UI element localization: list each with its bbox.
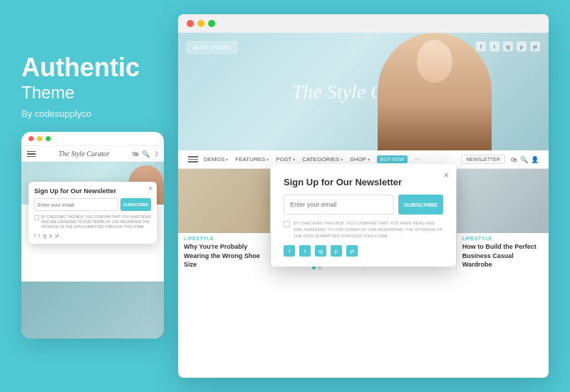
nav-features-chevron: ▾: [266, 157, 269, 162]
nav-features[interactable]: FEATURES ▾: [235, 155, 269, 163]
hero-facebook-icon[interactable]: f: [476, 41, 486, 51]
nav-post-chevron: ▾: [293, 157, 295, 162]
article-4-image: [457, 169, 549, 233]
mobile-newsletter-title: Sign Up for Our Newsletter: [34, 187, 151, 195]
mobile-top-bar: [21, 132, 164, 146]
mobile-newsletter-close-button[interactable]: ×: [148, 185, 152, 192]
mobile-hamburger-icon[interactable]: [27, 151, 36, 158]
desktop-terms-checkbox[interactable]: [284, 221, 290, 227]
hero-pinterest-icon[interactable]: p: [517, 41, 527, 51]
mobile-terms-text: BY CHECKING THIS BOX, YOU CONFIRM THAT Y…: [41, 215, 151, 229]
brand-subtitle: Theme: [21, 83, 178, 103]
desktop-nl-checkbox-row: BY CHECKING THIS BOX, YOU CONFIRM THAT Y…: [284, 220, 443, 239]
mobile-social-icons: f t ig p yt: [34, 233, 151, 238]
article-1: LIFESTYLE Why You're Probably Wearing th…: [178, 169, 270, 275]
nav-shop[interactable]: SHOP ▾: [350, 155, 370, 163]
desktop-hero: ALSO ONLINE The Style Curator f t ig p y…: [178, 33, 549, 150]
mobile-mockup: The Style Curator 🛍 🔍 ☽ × Sign Up for Ou…: [21, 132, 164, 339]
hero-go-online-label: ALSO ONLINE: [187, 41, 237, 53]
desktop-top-bar: [178, 14, 549, 33]
mobile-content-image: [21, 282, 164, 339]
mobile-logo: The Style Curator: [58, 150, 110, 158]
mobile-search-icon[interactable]: 🔍: [142, 150, 150, 158]
desktop-dot-red: [187, 20, 194, 27]
nav-newsletter-button[interactable]: NEWSLETTER: [461, 155, 505, 164]
hero-instagram-icon[interactable]: ig: [503, 41, 513, 51]
article-1-label: LIFESTYLE: [178, 233, 270, 242]
desktop-newsletter-overlay: × Sign Up for Our Newsletter SUBSCRIBE B…: [271, 164, 456, 267]
hero-youtube-icon[interactable]: yt: [530, 41, 540, 51]
article-2-dots: [271, 266, 363, 272]
nav-categories[interactable]: CATEGORIES ▾: [302, 155, 343, 163]
desktop-hero-person-image: [378, 33, 492, 150]
article-1-title[interactable]: Why You're Probably Wearing the Wrong Sh…: [178, 242, 270, 275]
mobile-content-area: [21, 282, 164, 339]
nav-search-icon[interactable]: 🔍: [520, 156, 528, 163]
mobile-dot-yellow: [37, 136, 42, 141]
mobile-checkbox-row: BY CHECKING THIS BOX, YOU CONFIRM THAT Y…: [34, 215, 151, 229]
nav-icons-right: 🛍 🔍 👤: [511, 156, 539, 163]
article-4: LIFESTYLE How to Build the Perfect Busin…: [456, 169, 549, 275]
desktop-dot-green: [208, 20, 215, 27]
article-4-label: LIFESTYLE: [457, 233, 549, 242]
mobile-nav: The Style Curator 🛍 🔍 ☽: [21, 146, 164, 162]
desktop-panel: ALSO ONLINE The Style Curator f t ig p y…: [178, 14, 549, 378]
nav-shop-chevron: ▾: [368, 157, 370, 162]
nav-demos[interactable]: DEMOS ▾: [204, 155, 228, 163]
mobile-twitter-icon[interactable]: t: [38, 233, 40, 238]
brand-name: Authentic: [21, 53, 178, 82]
desktop-nav-right: NEWSLETTER 🛍 🔍 👤: [461, 155, 539, 164]
desktop-nl-email-row: SUBSCRIBE: [284, 195, 443, 215]
article-4-title[interactable]: How to Build the Perfect Business Casual…: [457, 242, 549, 275]
nl-pinterest-icon[interactable]: p: [331, 245, 342, 257]
nl-facebook-icon[interactable]: f: [284, 245, 295, 257]
desktop-subscribe-button[interactable]: SUBSCRIBE: [398, 195, 443, 215]
mobile-moon-icon[interactable]: ☽: [152, 150, 158, 158]
nav-demos-chevron: ▾: [226, 157, 228, 162]
mobile-dot-green: [46, 136, 51, 141]
desktop-email-input[interactable]: [284, 195, 394, 215]
desktop-terms-text: BY CHECKING THIS BOX, YOU CONFIRM THAT Y…: [294, 220, 443, 239]
mobile-email-row: SUBSCRIBE: [34, 198, 151, 211]
nav-more-button[interactable]: ···: [415, 155, 420, 163]
mobile-pinterest-icon[interactable]: p: [49, 233, 52, 238]
desktop-newsletter-title: Sign Up for Our Newsletter: [284, 177, 443, 187]
nl-twitter-icon[interactable]: t: [299, 245, 311, 257]
mobile-subscribe-button[interactable]: SUBSCRIBE: [120, 198, 151, 211]
nav-post[interactable]: POST ▾: [276, 155, 295, 163]
mobile-newsletter-overlay: × Sign Up for Our Newsletter SUBSCRIBE B…: [28, 182, 157, 244]
mobile-youtube-icon[interactable]: yt: [55, 233, 58, 238]
nl-youtube-icon[interactable]: yt: [346, 245, 358, 257]
mobile-dot-red: [28, 136, 33, 141]
desktop-dot-yellow: [197, 20, 204, 27]
brand-author: By codesupplyco: [21, 108, 178, 119]
mobile-facebook-icon[interactable]: f: [34, 233, 36, 238]
mobile-nav-icons: 🛍 🔍 ☽: [133, 150, 158, 158]
hero-twitter-icon[interactable]: t: [489, 41, 499, 51]
nav-categories-chevron: ▾: [341, 157, 343, 162]
mobile-email-input[interactable]: [34, 198, 118, 211]
desktop-nav-left: DEMOS ▾ FEATURES ▾ POST ▾ CATEGORIES ▾ S…: [188, 155, 420, 163]
nav-user-icon[interactable]: 👤: [531, 156, 539, 163]
desktop-newsletter-close-button[interactable]: ×: [443, 170, 449, 180]
mobile-instagram-icon[interactable]: ig: [43, 233, 46, 238]
nav-bag-icon[interactable]: 🛍: [511, 156, 517, 163]
hero-social-icons: f t ig p yt: [476, 41, 540, 51]
mobile-terms-checkbox[interactable]: [34, 215, 39, 220]
desktop-nav-menu: DEMOS ▾ FEATURES ▾ POST ▾ CATEGORIES ▾ S…: [204, 155, 420, 163]
mobile-bag-icon[interactable]: 🛍: [133, 150, 139, 158]
desktop-nl-social-icons: f t ig p yt: [284, 245, 443, 257]
brand-title: Authentic Theme By codesupplyco: [21, 53, 178, 120]
nl-instagram-icon[interactable]: ig: [315, 245, 326, 257]
nav-buy-now[interactable]: BUY NOW: [377, 155, 408, 163]
desktop-hamburger-icon[interactable]: [188, 156, 198, 163]
article-1-image: [178, 169, 270, 233]
left-panel: Authentic Theme By codesupplyco The Styl…: [21, 53, 178, 339]
